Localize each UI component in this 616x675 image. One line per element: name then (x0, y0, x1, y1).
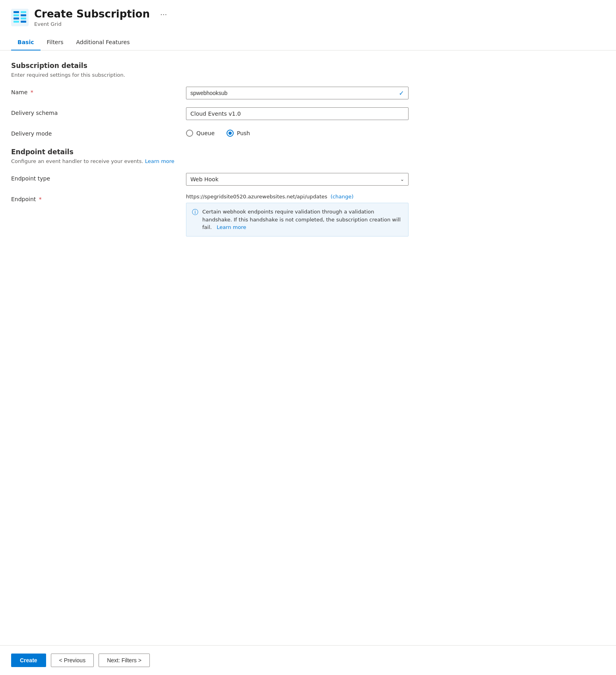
next-button[interactable]: Next: Filters > (99, 654, 150, 667)
subscription-details-section: Subscription details Enter required sett… (11, 62, 605, 137)
endpoint-url-row: https://spegridsite0520.azurewebsites.ne… (186, 194, 409, 200)
footer: Create < Previous Next: Filters > (0, 645, 616, 675)
endpoint-info-box: ⓘ Certain webhook endpoints require vali… (186, 203, 409, 237)
name-input-wrapper[interactable]: ✓ (186, 87, 409, 99)
webhook-learn-more-link[interactable]: Learn more (217, 224, 246, 230)
radio-queue-label: Queue (196, 130, 215, 136)
endpoint-type-control: Web Hook ⌄ (186, 173, 409, 186)
endpoint-section-description: Configure an event handler to receive yo… (11, 158, 605, 164)
name-check-icon: ✓ (399, 89, 404, 97)
name-label: Name * (11, 87, 186, 95)
tab-additional-features[interactable]: Additional Features (70, 35, 136, 50)
page-subtitle: Event Grid (34, 21, 150, 27)
svg-rect-2 (14, 14, 19, 16)
radio-queue-circle (186, 130, 193, 137)
endpoint-label: Endpoint * (11, 194, 186, 202)
radio-queue[interactable]: Queue (186, 130, 215, 137)
svg-rect-8 (21, 21, 26, 23)
endpoint-info-text: Certain webhook endpoints require valida… (202, 208, 403, 231)
delivery-schema-row: Delivery schema Cloud Events v1.0 (11, 107, 605, 120)
endpoint-value-area: https://spegridsite0520.azurewebsites.ne… (186, 194, 409, 237)
delivery-schema-control: Cloud Events v1.0 (186, 107, 409, 120)
endpoint-type-select[interactable]: Web Hook ⌄ (186, 173, 409, 186)
svg-rect-5 (21, 11, 26, 13)
svg-rect-1 (14, 11, 19, 13)
endpoint-type-chevron: ⌄ (400, 177, 404, 182)
endpoint-learn-more-link[interactable]: Learn more (145, 158, 174, 164)
header-text: Create Subscription Event Grid (34, 8, 150, 27)
name-required: * (31, 89, 33, 95)
tab-basic[interactable]: Basic (11, 35, 41, 50)
name-row: Name * ✓ (11, 87, 605, 99)
svg-rect-6 (21, 14, 26, 16)
svg-rect-7 (21, 17, 26, 19)
endpoint-row: Endpoint * https://spegridsite0520.azure… (11, 194, 605, 237)
page-header: Create Subscription Event Grid ··· (0, 0, 616, 31)
delivery-mode-radio-group: Queue Push (186, 128, 409, 137)
delivery-mode-control: Queue Push (186, 128, 409, 137)
endpoint-details-section: Endpoint details Configure an event hand… (11, 148, 605, 237)
tab-filters[interactable]: Filters (41, 35, 70, 50)
event-grid-icon (11, 9, 29, 26)
endpoint-change-link[interactable]: (change) (331, 194, 354, 200)
radio-push[interactable]: Push (227, 130, 250, 137)
delivery-mode-label: Delivery mode (11, 128, 186, 137)
delivery-schema-input: Cloud Events v1.0 (186, 107, 409, 120)
endpoint-url-text: https://spegridsite0520.azurewebsites.ne… (186, 194, 327, 200)
more-options-icon[interactable]: ··· (160, 10, 167, 19)
delivery-schema-label: Delivery schema (11, 107, 186, 116)
svg-rect-3 (14, 17, 19, 19)
subscription-section-description: Enter required settings for this subscri… (11, 72, 605, 78)
tabs-bar: Basic Filters Additional Features (0, 35, 616, 50)
previous-button[interactable]: < Previous (51, 654, 94, 667)
delivery-mode-row: Delivery mode Queue Push (11, 128, 605, 137)
create-button[interactable]: Create (11, 654, 46, 667)
endpoint-section-title: Endpoint details (11, 148, 605, 156)
radio-push-label: Push (237, 130, 250, 136)
svg-rect-4 (14, 21, 19, 23)
page-title: Create Subscription (34, 8, 150, 20)
endpoint-type-row: Endpoint type Web Hook ⌄ (11, 173, 605, 186)
subscription-section-title: Subscription details (11, 62, 605, 70)
endpoint-required: * (39, 196, 42, 202)
radio-push-circle (227, 130, 234, 137)
name-control: ✓ (186, 87, 409, 99)
name-input[interactable] (190, 90, 399, 96)
info-circle-icon: ⓘ (192, 208, 198, 217)
main-content: Subscription details Enter required sett… (0, 50, 616, 645)
endpoint-type-label: Endpoint type (11, 173, 186, 182)
